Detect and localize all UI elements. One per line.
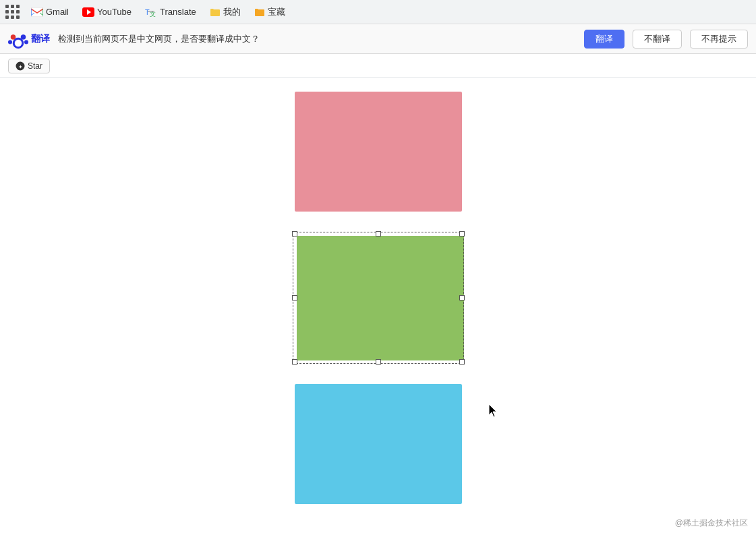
baidu-paw-icon [8, 29, 28, 49]
green-rectangle[interactable] [297, 236, 464, 360]
translate-icon: T 文 [145, 7, 157, 18]
github-octocat-icon: ✦ [16, 61, 25, 71]
translate-label: Translate [160, 7, 196, 17]
gmail-toolbar-item[interactable]: Gmail [28, 5, 71, 18]
folder1-icon [210, 7, 221, 17]
svg-point-9 [21, 34, 26, 40]
star-label: Star [28, 61, 42, 71]
handle-top-left[interactable] [292, 231, 297, 236]
svg-point-10 [8, 40, 12, 44]
baidu-never-button[interactable]: 不再提示 [690, 30, 748, 49]
github-star-bar: ✦ Star [0, 54, 756, 78]
blue-rectangle[interactable] [295, 384, 462, 504]
folder2-toolbar-item[interactable]: 宝藏 [252, 5, 288, 20]
svg-text:T: T [145, 8, 150, 16]
github-star-button[interactable]: ✦ Star [8, 59, 50, 73]
browser-toolbar: Gmail YouTube T 文 Translate 我的 宝藏 [0, 0, 756, 24]
green-rectangle-wrapper[interactable] [293, 232, 464, 364]
youtube-label: YouTube [97, 7, 132, 17]
baidu-logo-text: 翻译 [31, 33, 50, 45]
svg-text:✦: ✦ [18, 63, 23, 69]
baidu-logo: 翻译 [8, 29, 50, 49]
handle-bottom-left[interactable] [292, 359, 297, 365]
folder1-label: 我的 [223, 6, 241, 18]
rectangles-container [0, 85, 756, 504]
watermark: @稀土掘金技术社区 [675, 517, 748, 523]
baidu-translate-bar: 翻译 检测到当前网页不是中文网页，是否要翻译成中文？ 翻译 不翻译 不再提示 [0, 24, 756, 54]
svg-point-7 [15, 39, 22, 46]
gmail-icon [31, 7, 43, 17]
baidu-translate-button[interactable]: 翻译 [584, 30, 624, 49]
svg-point-11 [24, 40, 28, 44]
gmail-label: Gmail [46, 7, 69, 17]
folder2-icon [254, 7, 265, 17]
folder1-toolbar-item[interactable]: 我的 [207, 5, 243, 20]
pink-rectangle[interactable] [295, 92, 462, 212]
translate-toolbar-item[interactable]: T 文 Translate [142, 5, 199, 19]
youtube-toolbar-item[interactable]: YouTube [80, 5, 134, 18]
baidu-translate-message: 检测到当前网页不是中文网页，是否要翻译成中文？ [58, 33, 576, 45]
apps-grid-icon[interactable] [5, 5, 20, 20]
svg-point-8 [11, 34, 16, 40]
svg-text:文: 文 [150, 11, 156, 18]
folder2-label: 宝藏 [268, 6, 285, 18]
svg-rect-0 [31, 7, 43, 17]
baidu-no-translate-button[interactable]: 不翻译 [633, 30, 682, 49]
main-content [0, 78, 756, 523]
youtube-icon [82, 7, 94, 17]
